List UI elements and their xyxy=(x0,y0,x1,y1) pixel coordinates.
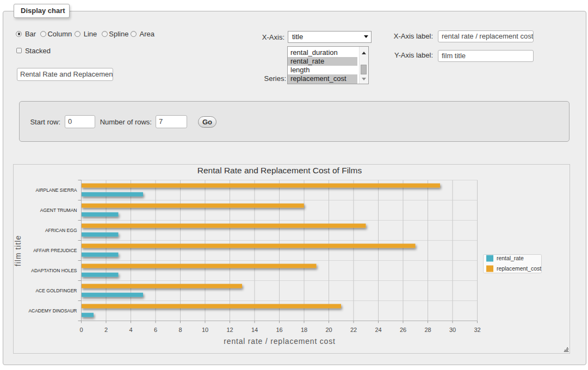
svg-text:28: 28 xyxy=(424,327,431,333)
svg-text:AGENT TRUMAN: AGENT TRUMAN xyxy=(40,208,77,213)
svg-text:Rental Rate and Replacement Co: Rental Rate and Replacement Cost of Film… xyxy=(197,166,362,175)
svg-text:0: 0 xyxy=(79,327,83,333)
svg-text:rental rate / replacement cost: rental rate / replacement cost xyxy=(224,337,335,346)
svg-text:24: 24 xyxy=(375,327,381,333)
svg-text:18: 18 xyxy=(301,327,307,333)
svg-text:20: 20 xyxy=(325,327,332,333)
svg-text:16: 16 xyxy=(276,327,282,333)
svg-text:12: 12 xyxy=(226,327,233,333)
svg-text:replacement_cost: replacement_cost xyxy=(497,266,541,272)
svg-text:4: 4 xyxy=(129,327,132,333)
svg-text:2: 2 xyxy=(104,327,108,333)
svg-text:14: 14 xyxy=(251,327,258,333)
svg-text:32: 32 xyxy=(474,327,480,333)
svg-text:ADAPTATION HOLES: ADAPTATION HOLES xyxy=(31,268,77,273)
svg-text:ACADEMY DINOSAUR: ACADEMY DINOSAUR xyxy=(28,308,77,313)
svg-text:film title: film title xyxy=(14,235,22,266)
svg-text:AFRICAN EGG: AFRICAN EGG xyxy=(45,228,77,233)
svg-text:10: 10 xyxy=(202,327,208,333)
svg-text:ACE GOLDFINGER: ACE GOLDFINGER xyxy=(35,288,77,293)
svg-text:AFFAIR PREJUDICE: AFFAIR PREJUDICE xyxy=(33,248,77,253)
svg-text:26: 26 xyxy=(400,327,406,333)
svg-text:AIRPLANE SIERRA: AIRPLANE SIERRA xyxy=(35,187,77,193)
svg-text:30: 30 xyxy=(449,327,456,333)
svg-text:8: 8 xyxy=(178,327,182,333)
svg-text:6: 6 xyxy=(154,327,157,333)
svg-text:rental_rate: rental_rate xyxy=(497,255,524,261)
svg-text:22: 22 xyxy=(350,327,357,333)
